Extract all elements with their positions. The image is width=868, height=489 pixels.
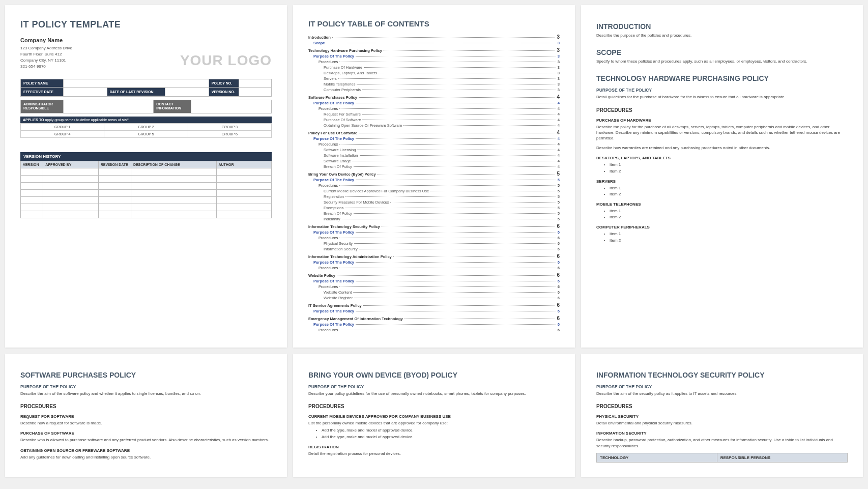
toc-page: 6 bbox=[558, 328, 560, 332]
section-heading: INTRODUCTION bbox=[596, 22, 848, 31]
toc-entry: Software Purchases Policy4 bbox=[308, 94, 560, 100]
toc-page: 6 bbox=[558, 241, 560, 246]
body-text: Describe the policy for the purchase of … bbox=[596, 124, 848, 141]
toc-label: Information Security bbox=[324, 247, 358, 251]
sub-heading: MOBILE TELEPHONES bbox=[596, 202, 848, 207]
toc-label: Purpose Of The Policy bbox=[313, 279, 354, 283]
toc-page: 6 bbox=[558, 309, 560, 313]
toc-dots bbox=[354, 243, 556, 244]
sub-heading: SERVERS bbox=[596, 179, 848, 184]
body-text: Describe the aim of the software policy … bbox=[20, 391, 272, 396]
applies-label: APPLIES TO bbox=[23, 118, 44, 122]
toc-dots bbox=[338, 78, 556, 79]
sub-heading: COMPUTER PERIPHERALS bbox=[596, 225, 848, 229]
toc-dots bbox=[353, 292, 556, 293]
toc-entry: Purpose Of The Policy4 bbox=[308, 101, 560, 105]
toc-page: 4 bbox=[558, 118, 560, 122]
toc-label: Procedures bbox=[319, 142, 338, 147]
toc-page: 6 bbox=[557, 315, 560, 321]
toc-title: IT POLICY TABLE OF CONTENTS bbox=[308, 19, 560, 28]
toc-entry: Procedures6 bbox=[308, 284, 560, 289]
toc-label: Purchase Of Hardware bbox=[324, 65, 362, 70]
list-item: Add the type, make and model of approved… bbox=[322, 434, 560, 440]
toc-dots bbox=[339, 286, 556, 287]
policy-meta-table: POLICY NAME POLICY NO. EFFECTIVE DATE DA… bbox=[20, 79, 272, 97]
bullet-list: Item 1 Item 2 bbox=[596, 185, 848, 197]
toc-page: 6 bbox=[558, 284, 560, 289]
toc-dots bbox=[339, 185, 556, 186]
toc-entry: Procedures6 bbox=[308, 328, 560, 332]
toc: Introduction3Scope3Technology Hardware P… bbox=[308, 34, 560, 332]
toc-label: Procedures bbox=[319, 328, 338, 332]
toc-page: 6 bbox=[558, 279, 560, 283]
body-text: Specify to whom these policies and proce… bbox=[596, 59, 848, 64]
toc-page: 6 bbox=[558, 322, 560, 327]
toc-label: Emergency Management Of Information Tech… bbox=[308, 317, 403, 321]
toc-label: Physical Security bbox=[324, 241, 353, 246]
toc-entry: Desktops, Laptops, And Tablets3 bbox=[308, 71, 560, 75]
toc-entry: Procedures3 bbox=[308, 60, 560, 64]
toc-page: 6 bbox=[558, 230, 560, 235]
toc-page: 4 bbox=[558, 123, 560, 128]
toc-label: Procedures bbox=[319, 266, 338, 270]
toc-dots bbox=[359, 97, 556, 98]
toc-page: 6 bbox=[558, 236, 560, 240]
toc-entry: Procedures6 bbox=[308, 236, 560, 240]
toc-page: 5 bbox=[558, 189, 560, 193]
toc-entry: Scope3 bbox=[308, 41, 560, 45]
vh-col: APPROVED BY bbox=[43, 161, 98, 168]
list-item: Item 2 bbox=[610, 214, 848, 220]
subsection-heading: PURPOSE OF THE POLICY bbox=[20, 384, 272, 389]
body-text: Describe the purpose of the policies and… bbox=[596, 33, 848, 38]
page-5: BRING YOUR OWN DEVICE (BYOD) POLICY PURP… bbox=[293, 354, 575, 477]
body-text: Detail guidelines for the purchase of ha… bbox=[596, 94, 848, 100]
group-cell: GROUP 1 bbox=[21, 123, 104, 130]
toc-entry: Software Licensing4 bbox=[308, 148, 560, 152]
toc-dots bbox=[339, 144, 556, 145]
toc-label: Purpose Of The Policy bbox=[313, 322, 354, 327]
toc-page: 3 bbox=[558, 41, 560, 45]
toc-page: 6 bbox=[557, 272, 560, 278]
toc-label: Purpose Of The Policy bbox=[313, 230, 354, 235]
sub-heading: INFORMATION SECURITY bbox=[596, 431, 848, 436]
toc-label: Bring Your Own Device (Byod) Policy bbox=[308, 172, 376, 177]
toc-page: 5 bbox=[558, 211, 560, 216]
sub-heading: CURRENT MOBILE DEVICES APPROVED FOR COMP… bbox=[308, 414, 560, 419]
toc-page: 3 bbox=[558, 71, 560, 75]
address-line: 123 Company Address Drive bbox=[20, 45, 72, 51]
toc-entry: Purpose Of The Policy6 bbox=[308, 279, 560, 283]
toc-entry: Procedures6 bbox=[308, 266, 560, 270]
body-text: List the personally owned mobile devices… bbox=[308, 420, 560, 426]
toc-label: Current Mobile Devices Approved For Comp… bbox=[324, 189, 429, 193]
toc-label: Information Technology Security Policy bbox=[308, 224, 380, 229]
toc-page: 5 bbox=[558, 194, 560, 199]
toc-entry: IT Service Agreements Policy6 bbox=[308, 302, 560, 308]
section-heading: BRING YOUR OWN DEVICE (BYOD) POLICY bbox=[308, 371, 560, 379]
toc-dots bbox=[357, 84, 556, 84]
toc-entry: Purpose Of The Policy6 bbox=[308, 260, 560, 265]
toc-label: Software Usage bbox=[324, 159, 351, 163]
subsection-heading: PURPOSE OF THE POLICY bbox=[308, 384, 560, 389]
toc-entry: Purpose Of The Policy4 bbox=[308, 136, 560, 141]
toc-dots bbox=[430, 191, 556, 191]
bullet-list: Item 1 Item 2 bbox=[596, 231, 848, 243]
label-policy-name: POLICY NAME bbox=[21, 79, 64, 88]
sub-heading: PHYSICAL SECURITY bbox=[596, 414, 848, 419]
version-history-title: VERSION HISTORY bbox=[20, 152, 272, 161]
toc-page: 6 bbox=[558, 266, 560, 270]
toc-label: Procedures bbox=[319, 183, 338, 188]
toc-dots bbox=[384, 50, 556, 51]
toc-entry: Purpose Of The Policy5 bbox=[308, 178, 560, 182]
toc-label: Procedures bbox=[319, 236, 338, 240]
vh-col: AUTHOR bbox=[216, 161, 272, 168]
toc-dots bbox=[403, 125, 556, 126]
toc-dots bbox=[337, 275, 556, 276]
toc-page: 5 bbox=[558, 217, 560, 221]
sub-heading: PURCHASE OF HARDWARE bbox=[596, 118, 848, 123]
toc-entry: Website Register6 bbox=[308, 296, 560, 300]
sub-heading: DESKTOPS, LAPTOPS, AND TABLETS bbox=[596, 156, 848, 160]
sub-heading: REGISTRATION bbox=[308, 445, 560, 449]
toc-label: Servers bbox=[324, 76, 337, 81]
toc-label: Request For Software bbox=[324, 112, 361, 117]
toc-label: Website Content bbox=[324, 290, 352, 295]
